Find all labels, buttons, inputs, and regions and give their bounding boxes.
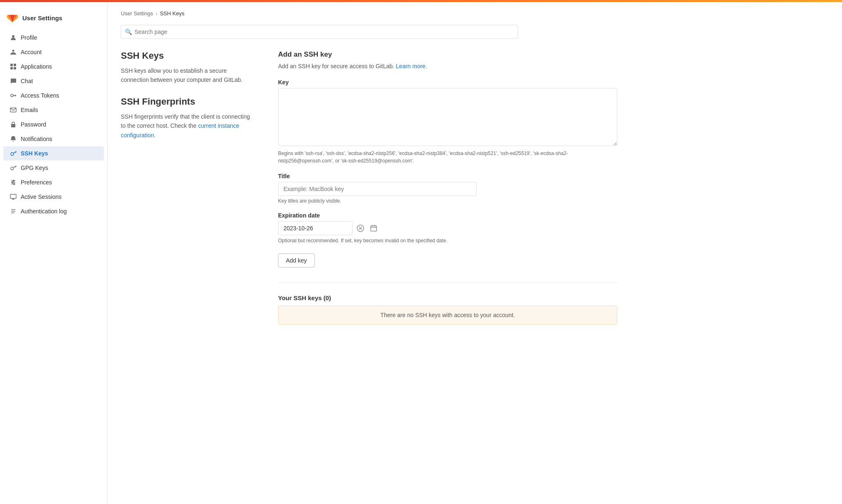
expiry-input-wrapper [278,221,617,235]
person-badge-icon [10,49,17,55]
divider [278,282,617,283]
person-icon [10,34,17,41]
monitor-icon [10,193,17,200]
svg-rect-4 [14,64,16,66]
sidebar-item-chat[interactable]: Chat [0,74,107,88]
calendar-icon [370,225,377,232]
sidebar-item-notifications[interactable]: Notifications [0,132,107,146]
right-column: Add an SSH key Add an SSH key for secure… [278,50,617,325]
svg-point-25 [12,182,13,183]
title-hint: Key titles are publicly visible. [278,198,617,204]
main-content: User Settings › SSH Keys 🔍 SSH Keys SSH … [108,2,842,504]
svg-point-7 [11,94,13,97]
ssh-fingerprints-desc: SSH fingerprints verify that the client … [121,112,253,140]
sidebar-item-account[interactable]: Account [0,45,107,59]
key-hint: Begins with 'ssh-rsa', 'ssh-dss', 'ecdsa… [278,150,617,165]
search-input-wrapper: 🔍 [121,25,518,39]
breadcrumb-separator: › [156,10,157,17]
circle-x-icon [357,225,364,232]
key-icon [10,150,17,157]
svg-point-17 [11,167,14,170]
svg-point-0 [12,35,14,38]
sidebar-navigation: Profile Account Applications [0,31,107,218]
key-label: Key [278,79,617,86]
sidebar-item-ssh-keys[interactable]: SSH Keys [0,146,107,160]
svg-rect-5 [10,67,13,69]
lock-icon [10,121,17,128]
sidebar-item-emails[interactable]: Emails [0,103,107,117]
sidebar: User Settings Profile Account [0,2,108,504]
list-icon [10,208,17,215]
sidebar-item-access-tokens[interactable]: Access Tokens [0,88,107,103]
token-icon [10,92,17,99]
search-icon: 🔍 [125,29,132,35]
title-label: Title [278,173,617,179]
left-column: SSH Keys SSH keys allow you to establish… [121,50,253,325]
sidebar-item-preferences[interactable]: Preferences [0,175,107,189]
expiry-hint: Optional but recommended. If set, key be… [278,238,617,244]
gitlab-logo-icon [7,12,18,24]
add-ssh-desc: Add an SSH key for secure access to GitL… [278,62,617,71]
envelope-icon [10,107,17,113]
add-key-button[interactable]: Add key [278,253,315,268]
expiry-clear-button[interactable] [355,223,366,234]
bell-icon [10,136,17,142]
key-textarea[interactable] [278,88,617,146]
learn-more-link[interactable]: Learn more. [396,63,427,69]
svg-rect-12 [11,124,15,127]
expiry-date-input[interactable] [278,221,353,235]
ssh-keys-section-title: SSH Keys [121,50,253,61]
sidebar-item-gpg-keys[interactable]: GPG Keys [0,161,107,175]
svg-point-24 [13,180,14,182]
add-ssh-desc-text: Add an SSH key for secure access to GitL… [278,63,396,69]
svg-rect-36 [371,226,377,231]
chat-icon [10,78,17,84]
sliders-icon [10,179,17,186]
sidebar-item-applications[interactable]: Applications [0,60,107,74]
sidebar-item-auth-log[interactable]: Authentication log [0,204,107,218]
expiration-field-group: Expiration date Optional but recommended… [278,212,617,244]
sidebar-item-profile[interactable]: Profile [0,31,107,45]
sidebar-title: User Settings [22,14,62,21]
svg-point-1 [12,50,14,52]
breadcrumb: User Settings › SSH Keys [121,10,829,17]
svg-rect-27 [10,194,16,198]
title-field-group: Title Key titles are publicly visible. [278,173,617,204]
search-input[interactable] [121,25,518,39]
sidebar-item-active-sessions[interactable]: Active Sessions [0,190,107,204]
two-col-layout: SSH Keys SSH keys allow you to establish… [121,50,617,325]
add-ssh-title: Add an SSH key [278,50,617,59]
svg-line-14 [14,151,17,153]
svg-point-26 [14,184,15,185]
expiration-label: Expiration date [278,212,617,219]
sidebar-header: User Settings [0,9,107,30]
expiry-calendar-button[interactable] [368,223,379,234]
grid-icon [10,63,17,70]
ssh-keys-section-desc: SSH keys allow you to establish a secure… [121,66,253,85]
key2-icon [10,165,17,171]
svg-rect-6 [14,67,16,69]
svg-rect-2 [12,49,14,50]
title-input[interactable] [278,182,477,196]
breadcrumb-parent[interactable]: User Settings [121,10,153,17]
ssh-fingerprints-title: SSH Fingerprints [121,96,253,107]
key-field-group: Key Begins with 'ssh-rsa', 'ssh-dss', 'e… [278,79,617,165]
svg-line-18 [14,166,17,168]
search-bar: 🔍 [121,25,829,39]
breadcrumb-current: SSH Keys [160,10,184,17]
no-keys-message: There are no SSH keys with access to you… [278,306,617,325]
svg-point-13 [11,153,14,155]
svg-rect-3 [10,64,13,66]
your-keys-title: Your SSH keys (0) [278,294,617,301]
sidebar-item-password[interactable]: Password [0,117,107,131]
